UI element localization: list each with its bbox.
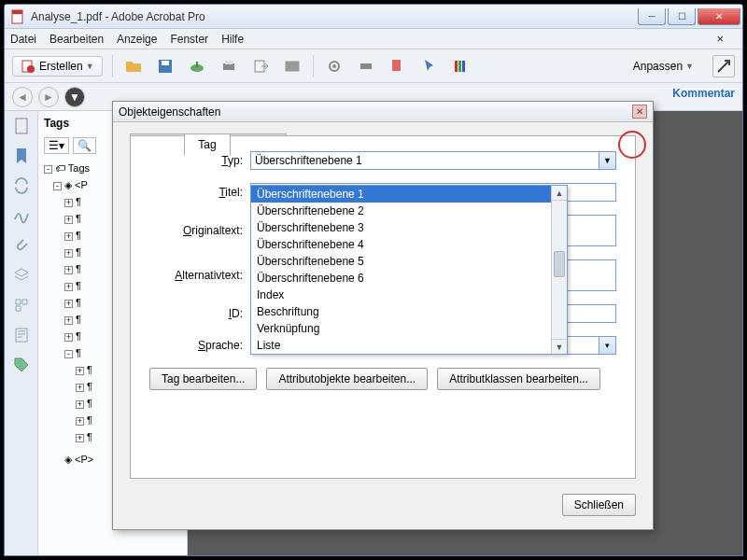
tree-leaf[interactable]: ¶ — [87, 431, 92, 442]
gear-button[interactable] — [323, 55, 345, 77]
export-icon — [389, 58, 406, 75]
svg-rect-16 — [458, 61, 461, 72]
tab-tag[interactable]: Tag — [184, 133, 230, 156]
export-button[interactable] — [387, 55, 409, 77]
share-button[interactable] — [249, 55, 272, 77]
dialog-title: Objekteigenschaften — [119, 105, 220, 119]
separator — [112, 55, 113, 77]
dropdown-scrollbar[interactable]: ▲ ▼ — [551, 186, 567, 354]
maximize-button[interactable]: ☐ — [668, 8, 696, 25]
tree-leaf[interactable]: ¶ — [76, 314, 81, 325]
print2-button[interactable] — [355, 55, 377, 77]
tag-bearbeiten-button[interactable]: Tag bearbeiten... — [149, 368, 257, 390]
layers-icon[interactable] — [12, 266, 31, 285]
signature-icon[interactable] — [12, 206, 31, 225]
tags-icon[interactable] — [12, 356, 31, 374]
order-icon[interactable] — [12, 296, 31, 315]
attachment-icon[interactable] — [12, 236, 31, 255]
tags-find-button[interactable]: 🔍 — [73, 137, 96, 154]
attributobjekte-button[interactable]: Attributobjekte bearbeiten... — [266, 368, 428, 390]
tree-leaf[interactable]: ¶ — [76, 230, 81, 241]
recycle-icon[interactable] — [12, 176, 31, 195]
svg-rect-19 — [16, 329, 27, 342]
id-label: ID: — [149, 307, 243, 320]
window-title: Analyse_1.pdf - Adobe Acrobat Pro — [31, 10, 636, 23]
svg-rect-13 — [360, 63, 372, 69]
dropdown-option[interactable]: Liste — [251, 337, 567, 354]
page-down-button[interactable]: ▼ — [64, 87, 85, 107]
close-button[interactable]: ✕ — [698, 8, 740, 25]
dropdown-option[interactable]: Überschriftenebene 4 — [251, 236, 567, 253]
dropdown-option[interactable]: Überschriftenebene 3 — [251, 219, 567, 236]
kommentar-button[interactable]: Kommentar — [672, 87, 735, 100]
schliessen-button[interactable]: Schließen — [562, 494, 636, 516]
tree-leaf[interactable]: ¶ — [76, 246, 81, 258]
print-button[interactable] — [218, 55, 240, 77]
tree-leaf[interactable]: ¶ — [87, 398, 92, 409]
scroll-down-icon[interactable]: ▼ — [552, 339, 567, 354]
attributklassen-button[interactable]: Attributklassen bearbeiten... — [437, 368, 600, 390]
pdf-icon — [10, 9, 25, 24]
tree-leaf[interactable]: ¶ — [76, 263, 81, 274]
typ-input[interactable] — [251, 152, 599, 169]
dropdown-option[interactable]: Überschriftenebene 1 — [251, 186, 567, 203]
dropdown-option[interactable]: Überschriftenebene 5 — [251, 253, 567, 270]
tree-leaf[interactable]: ¶ — [76, 330, 81, 342]
titlebar: Analyse_1.pdf - Adobe Acrobat Pro ─ ☐ ✕ — [5, 5, 742, 29]
color-icon — [453, 58, 470, 75]
erstellen-button[interactable]: Erstellen ▼ — [12, 56, 103, 77]
tree-leaf[interactable]: ¶ — [76, 297, 81, 308]
dropdown-option[interactable]: Überschriftenebene 6 — [251, 270, 567, 287]
tree-leaf[interactable]: ¶ — [87, 381, 92, 392]
dropdown-option[interactable]: Beschriftung — [251, 303, 567, 320]
dialog-close-button[interactable]: ✕ — [632, 105, 647, 119]
minimize-button[interactable]: ─ — [638, 8, 666, 25]
dropdown-option[interactable]: Überschriftenebene 2 — [251, 203, 567, 219]
scroll-thumb[interactable] — [554, 251, 565, 277]
save-button[interactable] — [154, 55, 176, 77]
originaltext-label: Originaltext: — [149, 224, 243, 237]
typ-dropdown-list[interactable]: Überschriftenebene 1 Überschriftenebene … — [250, 185, 568, 355]
tree-leaf[interactable]: ¶ — [87, 364, 92, 375]
content-icon[interactable] — [12, 326, 31, 344]
tree-leaf[interactable]: ¶ — [76, 196, 81, 207]
titel-label: Titel: — [149, 186, 243, 199]
scroll-up-icon[interactable]: ▲ — [552, 186, 567, 201]
tags-options-button[interactable]: ☰▾ — [44, 137, 69, 154]
chevron-down-icon: ▼ — [685, 62, 694, 71]
menu-fenster[interactable]: Fenster — [170, 33, 208, 46]
select-button[interactable] — [418, 55, 441, 77]
cloud-button[interactable] — [186, 55, 208, 77]
tree-item[interactable]: <P — [75, 179, 88, 190]
folder-icon — [125, 58, 142, 75]
tree-leaf[interactable]: ¶ — [76, 280, 81, 291]
bookmark-icon[interactable] — [12, 147, 31, 165]
menu-anzeige[interactable]: Anzeige — [117, 33, 157, 46]
prev-page-button[interactable]: ◄ — [12, 87, 33, 107]
dialog-titlebar[interactable]: Objekteigenschaften ✕ — [113, 102, 653, 122]
dropdown-option[interactable]: Verknüpfung — [251, 320, 567, 337]
menu-hilfe[interactable]: Hilfe — [221, 33, 244, 46]
anpassen-button[interactable]: Anpassen ▼ — [633, 60, 694, 73]
tree-leaf[interactable]: ¶ — [87, 414, 92, 426]
expand-button[interactable] — [712, 55, 735, 77]
page-thumbnails-icon[interactable] — [12, 117, 31, 135]
mail-button[interactable] — [281, 55, 303, 77]
typ-dropdown-button[interactable]: ▼ — [599, 152, 615, 169]
tree-root[interactable]: Tags — [68, 162, 90, 174]
menu-datei[interactable]: Datei — [10, 33, 36, 46]
svg-rect-18 — [16, 119, 27, 133]
color-button[interactable] — [450, 55, 472, 77]
tree-leaf[interactable]: ¶ — [76, 213, 81, 224]
menubar-close-icon[interactable]: × — [716, 32, 724, 46]
tree-leaf[interactable]: ¶ — [76, 347, 81, 358]
open-button[interactable] — [122, 55, 145, 77]
menu-bearbeiten[interactable]: Bearbeiten — [49, 33, 104, 46]
sprache-label: Sprache: — [149, 339, 243, 352]
tree-item[interactable]: <P> — [75, 454, 93, 465]
sprache-dropdown-button[interactable]: ▾ — [599, 337, 615, 354]
typ-combobox[interactable]: ▼ — [250, 151, 616, 170]
erstellen-label: Erstellen — [39, 60, 83, 73]
next-page-button[interactable]: ► — [38, 87, 59, 107]
dropdown-option[interactable]: Index — [251, 287, 567, 303]
